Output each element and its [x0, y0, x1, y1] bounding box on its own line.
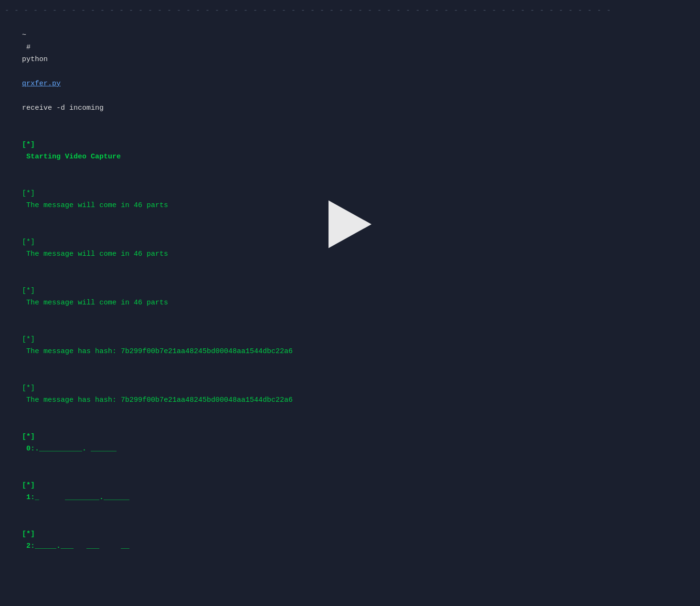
line-prefix-5: [*]	[22, 384, 35, 392]
line-text-4: The message has hash: 7b299f00b7e21aa482…	[22, 347, 293, 355]
prompt-hash: #	[22, 43, 35, 52]
line-text-1: The message will come in 46 parts	[22, 201, 168, 209]
terminal-line-4: [*] The message has hash: 7b299f00b7e21a…	[0, 321, 700, 370]
line-text-8: 2:_____.___ ___ __	[22, 542, 129, 550]
prompt-args	[22, 92, 26, 100]
line-text-0: Starting Video Capture	[22, 153, 121, 161]
line-prefix-8: [*]	[22, 530, 35, 538]
line-prefix-4: [*]	[22, 335, 35, 344]
play-triangle-icon	[329, 200, 371, 248]
line-prefix-1: [*]	[22, 189, 35, 198]
play-button[interactable]	[329, 200, 371, 248]
terminal-line-5: [*] The message has hash: 7b299f00b7e21a…	[0, 370, 700, 418]
terminal-line-7: [*] 1:_ ________.______	[0, 467, 700, 516]
command-prompt: ~ # python qrxfer.py receive -d incoming	[0, 17, 700, 127]
line-prefix-0: [*]	[22, 141, 35, 149]
prompt-link[interactable]: qrxfer.py	[22, 80, 61, 88]
prompt-tilde: ~	[22, 31, 26, 39]
prompt-args-text: receive -d incoming	[22, 104, 104, 112]
line-prefix-2: [*]	[22, 238, 35, 246]
line-prefix-7: [*]	[22, 481, 35, 490]
prompt-space	[22, 68, 26, 76]
line-text-6: 0:.__________. ______	[22, 445, 117, 453]
terminal-line-8: [*] 2:_____.___ ___ __	[0, 516, 700, 564]
terminal-line-0: [*] Starting Video Capture	[0, 126, 700, 175]
line-text-3: The message will come in 46 parts	[22, 299, 168, 307]
line-text-5: The message has hash: 7b299f00b7e21aa482…	[22, 396, 293, 404]
line-text-7: 1:_ ________.______	[22, 493, 129, 502]
line-prefix-3: [*]	[22, 287, 35, 295]
terminal-line-6: [*] 0:.__________. ______	[0, 418, 700, 467]
line-text-2: The message will come in 46 parts	[22, 250, 168, 258]
line-prefix-6: [*]	[22, 433, 35, 441]
prompt-python: python	[22, 55, 48, 63]
divider-line: - - - - - - - - - - - - - - - - - - - - …	[0, 5, 700, 17]
terminal-line-3: [*] The message will come in 46 parts	[0, 272, 700, 321]
terminal-window: - - - - - - - - - - - - - - - - - - - - …	[0, 0, 700, 606]
